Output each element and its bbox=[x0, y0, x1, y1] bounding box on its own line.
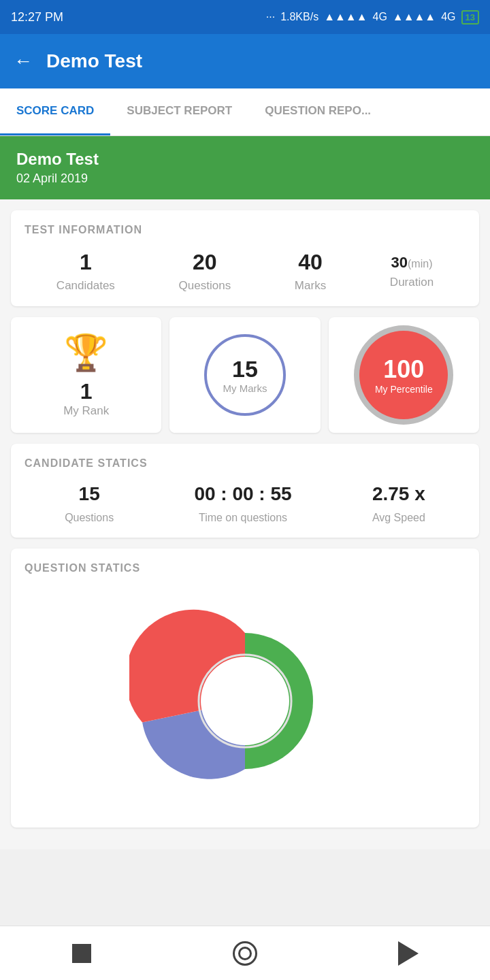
battery-indicator: 13 bbox=[461, 10, 479, 24]
questions-label: Questions bbox=[179, 279, 231, 293]
metrics-row: 🏆 1 My Rank 15 My Marks 100 My Percentil… bbox=[11, 317, 479, 433]
duration-item: 30(min) Duration bbox=[390, 254, 434, 289]
marks-label: Marks bbox=[295, 279, 326, 293]
tab-question-report[interactable]: QUESTION REPO... bbox=[248, 88, 387, 135]
duration-label: Duration bbox=[390, 276, 434, 289]
donut-chart bbox=[129, 599, 361, 803]
bottom-nav bbox=[0, 926, 490, 980]
trophy-icon: 🏆 bbox=[64, 332, 108, 374]
candidate-questions-label: Questions bbox=[65, 512, 114, 524]
candidate-stats-row: 15 Questions 00 : 00 : 55 Time on questi… bbox=[24, 483, 466, 524]
status-time: 12:27 PM bbox=[11, 10, 63, 24]
rank-card: 🏆 1 My Rank bbox=[11, 317, 161, 433]
status-bar: 12:27 PM ··· 1.8KB/s ▲▲▲▲ 4G ▲▲▲▲ 4G 13 bbox=[0, 0, 490, 34]
stop-icon bbox=[72, 944, 91, 963]
percentile-label: My Percentile bbox=[375, 384, 433, 395]
candidates-item: 1 Candidates bbox=[56, 250, 115, 293]
marks-card: 15 My Marks bbox=[169, 317, 320, 433]
marks-item: 40 Marks bbox=[295, 250, 326, 293]
test-header-date: 02 April 2019 bbox=[16, 172, 474, 186]
home-button[interactable] bbox=[233, 941, 257, 966]
rank-label: My Rank bbox=[63, 404, 109, 418]
test-info-card: TEST INFORMATION 1 Candidates 20 Questio… bbox=[11, 210, 479, 306]
candidate-time-label: Time on questions bbox=[199, 512, 287, 524]
marks-value: 40 bbox=[298, 250, 323, 275]
questions-value: 20 bbox=[193, 250, 217, 275]
home-icon bbox=[233, 941, 257, 966]
candidate-speed-item: 2.75 x Avg Speed bbox=[372, 483, 425, 524]
back-button[interactable]: ← bbox=[14, 50, 33, 72]
content-area: TEST INFORMATION 1 Candidates 20 Questio… bbox=[0, 199, 490, 849]
percentile-card: 100 My Percentile bbox=[329, 317, 479, 433]
candidate-speed-label: Avg Speed bbox=[372, 512, 425, 524]
stop-button[interactable] bbox=[69, 941, 94, 966]
test-info-title: TEST INFORMATION bbox=[24, 224, 466, 236]
candidate-speed-value: 2.75 x bbox=[372, 483, 425, 505]
candidate-time-value: 00 : 00 : 55 bbox=[194, 483, 291, 505]
candidate-questions-item: 15 Questions bbox=[65, 483, 114, 524]
donut-chart-container bbox=[24, 588, 466, 814]
percentile-circle: 100 My Percentile bbox=[359, 331, 448, 419]
test-header-banner: Demo Test 02 April 2019 bbox=[0, 136, 490, 199]
network-type2: 4G bbox=[441, 11, 455, 23]
app-title: Demo Test bbox=[46, 50, 142, 72]
app-bar: ← Demo Test bbox=[0, 34, 490, 88]
test-info-grid: 1 Candidates 20 Questions 40 Marks 30(mi… bbox=[24, 250, 466, 293]
candidate-statics-card: CANDIDATE STATICS 15 Questions 00 : 00 :… bbox=[11, 444, 479, 538]
question-statics-title: QUESTION STATICS bbox=[24, 562, 466, 574]
tab-score-card[interactable]: SCORE CARD bbox=[0, 88, 110, 135]
status-right: ··· 1.8KB/s ▲▲▲▲ 4G ▲▲▲▲ 4G 13 bbox=[266, 10, 479, 24]
candidates-label: Candidates bbox=[56, 279, 115, 293]
percentile-value: 100 bbox=[383, 355, 424, 384]
signal2-icon: ▲▲▲▲ bbox=[393, 11, 436, 23]
signal-dots: ··· bbox=[266, 11, 275, 23]
candidates-value: 1 bbox=[80, 250, 92, 275]
donut-hole bbox=[201, 657, 289, 745]
signal1-icon: ▲▲▲▲ bbox=[324, 11, 367, 23]
marks-circle-label: My Marks bbox=[223, 382, 267, 394]
candidate-time-item: 00 : 00 : 55 Time on questions bbox=[194, 483, 291, 524]
marks-circle-value: 15 bbox=[232, 356, 258, 382]
marks-circle: 15 My Marks bbox=[204, 334, 286, 416]
rank-value: 1 bbox=[80, 379, 93, 404]
questions-item: 20 Questions bbox=[179, 250, 231, 293]
tab-subject-report[interactable]: SUBJECT REPORT bbox=[110, 88, 248, 135]
network-speed: 1.8KB/s bbox=[280, 11, 318, 23]
back-icon bbox=[398, 941, 419, 966]
test-header-name: Demo Test bbox=[16, 150, 474, 169]
back-button-nav[interactable] bbox=[396, 941, 421, 966]
candidate-statics-title: CANDIDATE STATICS bbox=[24, 457, 466, 470]
candidate-questions-value: 15 bbox=[79, 483, 100, 505]
duration-value: 30(min) bbox=[391, 254, 433, 272]
tab-bar: SCORE CARD SUBJECT REPORT QUESTION REPO.… bbox=[0, 88, 490, 136]
network-type1: 4G bbox=[373, 11, 387, 23]
question-statics-card: QUESTION STATICS bbox=[11, 549, 479, 828]
